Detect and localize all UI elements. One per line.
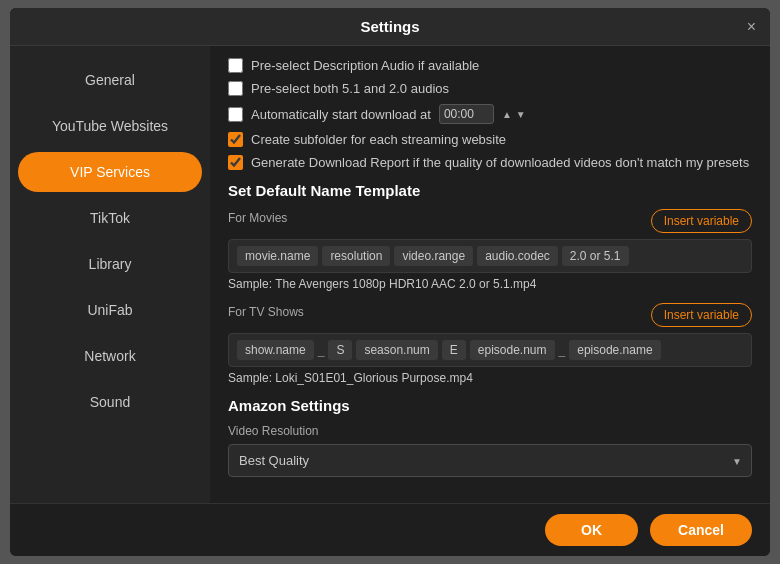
modal-footer: OK Cancel (10, 503, 770, 556)
sidebar-item-network[interactable]: Network (18, 336, 202, 376)
resolution-select[interactable]: Best Quality 1080p 720p 480p (228, 444, 752, 477)
tv-sample: Sample: Loki_S01E01_Glorious Purpose.mp4 (228, 371, 752, 385)
label-generate-report: Generate Download Report if the quality … (251, 155, 749, 170)
for-tv-row: For TV Shows Insert variable (228, 303, 752, 327)
modal-header: Settings × (10, 8, 770, 46)
for-movies-row: For Movies Insert variable (228, 209, 752, 233)
tv-sep2: _ (559, 343, 566, 357)
checkbox-row-pre-select-51: Pre-select both 5.1 and 2.0 audios (228, 81, 752, 96)
tag-s: S (328, 340, 352, 360)
label-auto-start: Automatically start download at (251, 107, 431, 122)
sidebar-item-vip-services[interactable]: VIP Services (18, 152, 202, 192)
checkbox-generate-report[interactable] (228, 155, 243, 170)
amazon-section: Amazon Settings Video Resolution Best Qu… (228, 397, 752, 477)
checkbox-auto-start[interactable] (228, 107, 243, 122)
checkbox-row-generate-report: Generate Download Report if the quality … (228, 155, 752, 170)
sidebar-item-sound[interactable]: Sound (18, 382, 202, 422)
label-pre-select-51: Pre-select both 5.1 and 2.0 audios (251, 81, 449, 96)
tv-sep1: _ (318, 343, 325, 357)
ok-button[interactable]: OK (545, 514, 638, 546)
section-title-name-template: Set Default Name Template (228, 182, 752, 199)
movie-tags-row: movie.name resolution video.range audio.… (228, 239, 752, 273)
sidebar-item-tiktok[interactable]: TikTok (18, 198, 202, 238)
tag-episode-num: episode.num (470, 340, 555, 360)
cancel-button[interactable]: Cancel (650, 514, 752, 546)
movie-sample-prefix: Sample: (228, 277, 275, 291)
checkbox-pre-select-51[interactable] (228, 81, 243, 96)
amazon-title: Amazon Settings (228, 397, 752, 414)
tv-sample-value: Loki_S01E01_Glorious Purpose.mp4 (275, 371, 472, 385)
time-arrow-up[interactable]: ▲ (502, 109, 512, 120)
movie-sample: Sample: The Avengers 1080p HDR10 AAC 2.0… (228, 277, 752, 291)
tv-tags-row: show.name _ S season.num E episode.num _… (228, 333, 752, 367)
tag-2-or-51: 2.0 or 5.1 (562, 246, 629, 266)
sidebar-item-library[interactable]: Library (18, 244, 202, 284)
label-create-subfolder: Create subfolder for each streaming webs… (251, 132, 506, 147)
checkbox-pre-select-desc[interactable] (228, 58, 243, 73)
resolution-select-wrapper: Best Quality 1080p 720p 480p (228, 444, 752, 477)
tag-movie-name: movie.name (237, 246, 318, 266)
for-tv-label: For TV Shows (228, 305, 304, 319)
sidebar: General YouTube Websites VIP Services Ti… (10, 46, 210, 503)
checkbox-row-pre-select-desc: Pre-select Description Audio if availabl… (228, 58, 752, 73)
checkbox-row-auto-start: Automatically start download at ▲ ▼ (228, 104, 752, 124)
checkbox-row-create-subfolder: Create subfolder for each streaming webs… (228, 132, 752, 147)
tag-video-range: video.range (394, 246, 473, 266)
tag-e: E (442, 340, 466, 360)
sidebar-item-unifab[interactable]: UniFab (18, 290, 202, 330)
label-pre-select-desc: Pre-select Description Audio if availabl… (251, 58, 479, 73)
resolution-label: Video Resolution (228, 424, 752, 438)
insert-variable-tv-button[interactable]: Insert variable (651, 303, 752, 327)
time-arrow-down[interactable]: ▼ (516, 109, 526, 120)
tag-resolution: resolution (322, 246, 390, 266)
tag-audio-codec: audio.codec (477, 246, 558, 266)
movie-sample-value: The Avengers 1080p HDR10 AAC 2.0 or 5.1.… (275, 277, 536, 291)
time-input[interactable] (439, 104, 494, 124)
tag-episode-name: episode.name (569, 340, 660, 360)
checkbox-create-subfolder[interactable] (228, 132, 243, 147)
insert-variable-movies-button[interactable]: Insert variable (651, 209, 752, 233)
settings-modal: Settings × General YouTube Websites VIP … (10, 8, 770, 556)
tag-show-name: show.name (237, 340, 314, 360)
modal-body: General YouTube Websites VIP Services Ti… (10, 46, 770, 503)
sidebar-item-general[interactable]: General (18, 60, 202, 100)
for-movies-label: For Movies (228, 211, 287, 225)
close-button[interactable]: × (747, 18, 756, 36)
tv-sample-prefix: Sample: (228, 371, 275, 385)
content-area: Pre-select Description Audio if availabl… (210, 46, 770, 503)
modal-title: Settings (360, 18, 419, 35)
tag-season-num: season.num (356, 340, 437, 360)
sidebar-item-youtube-websites[interactable]: YouTube Websites (18, 106, 202, 146)
